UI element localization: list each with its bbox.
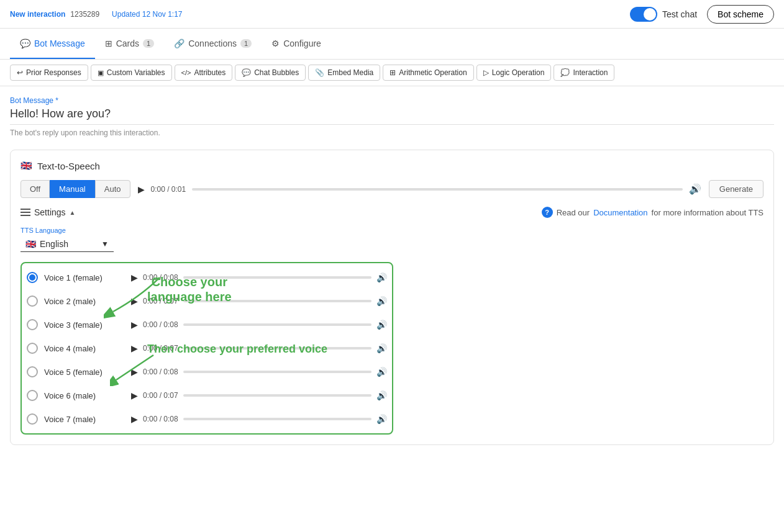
voice-3-radio[interactable] xyxy=(27,319,38,330)
embed-media-button[interactable]: 📎 Embed Media xyxy=(308,65,380,81)
voice-5-play[interactable]: ▶ xyxy=(131,367,138,377)
voice-item-4[interactable]: Voice 4 (male) ▶ 0:00 / 0:07 🔊 xyxy=(22,336,392,360)
tts-language-label: TTS Language xyxy=(21,227,763,234)
voice-7-player: ▶ 0:00 / 0:08 🔊 xyxy=(131,414,387,424)
voice-7-radio[interactable] xyxy=(27,413,38,425)
chat-bubbles-button[interactable]: 💬 Chat Bubbles xyxy=(235,65,306,81)
voice-3-time: 0:00 / 0:08 xyxy=(143,320,178,329)
voice-6-radio[interactable] xyxy=(27,390,38,401)
voice-4-time: 0:00 / 0:07 xyxy=(143,344,178,353)
chat-bubbles-icon: 💬 xyxy=(242,68,251,77)
custom-variables-button[interactable]: ▣ Custom Variables xyxy=(91,65,172,81)
voice-3-play[interactable]: ▶ xyxy=(131,320,138,330)
interaction-updated: Updated 12 Nov 1:17 xyxy=(112,10,182,19)
arithmetic-operation-button[interactable]: ⊞ Arithmetic Operation xyxy=(383,65,473,81)
tts-generate-button[interactable]: Generate xyxy=(709,180,763,198)
voice-2-radio[interactable] xyxy=(27,295,38,307)
tts-audio-time: 0:00 / 0:01 xyxy=(151,185,186,194)
voice-item-2[interactable]: Voice 2 (male) ▶ 0:00 / 0:07 🔊 xyxy=(22,289,392,313)
voice-4-play[interactable]: ▶ xyxy=(131,343,138,353)
voice-1-time: 0:00 / 0:08 xyxy=(143,273,178,282)
voice-6-track[interactable] xyxy=(183,394,371,397)
docs-prefix: Read our xyxy=(557,208,590,217)
interaction-info: New interaction 1235289 Updated 12 Nov 1… xyxy=(10,10,183,19)
voice-item-6[interactable]: Voice 6 (male) ▶ 0:00 / 0:07 🔊 xyxy=(22,384,392,407)
embed-media-icon: 📎 xyxy=(315,68,324,77)
tts-controls-row: Off Manual Auto ▶ 0:00 / 0:01 🔊 Generate xyxy=(21,180,763,198)
tts-manual-button[interactable]: Manual xyxy=(50,180,95,198)
bot-message-hint: The bot's reply upon reaching this inter… xyxy=(10,124,774,137)
voice-6-player: ▶ 0:00 / 0:07 🔊 xyxy=(131,390,387,400)
voice-3-volume-icon[interactable]: 🔊 xyxy=(376,320,387,330)
tts-audio-track[interactable] xyxy=(192,188,683,191)
tts-volume-icon[interactable]: 🔊 xyxy=(689,183,701,195)
voice-2-time: 0:00 / 0:07 xyxy=(143,297,178,305)
voice-2-play[interactable]: ▶ xyxy=(131,296,138,306)
voice-2-track[interactable] xyxy=(183,300,371,302)
voice-3-label: Voice 3 (female) xyxy=(44,320,125,330)
voice-4-radio[interactable] xyxy=(27,343,38,354)
custom-variables-label: Custom Variables xyxy=(107,68,165,77)
tab-configure[interactable]: ⚙ Configure xyxy=(262,29,331,59)
voice-6-volume-icon[interactable]: 🔊 xyxy=(376,390,387,400)
tab-bot-message[interactable]: 💬 Bot Message xyxy=(10,29,95,59)
voice-1-volume-icon[interactable]: 🔊 xyxy=(376,273,387,282)
voice-7-time: 0:00 / 0:08 xyxy=(143,415,178,423)
voice-7-track[interactable] xyxy=(183,418,371,420)
updated-time: 12 Nov 1:17 xyxy=(142,10,183,19)
voice-7-volume-icon[interactable]: 🔊 xyxy=(376,414,387,424)
tts-language-section: TTS Language 🇬🇧 English ▼ xyxy=(21,227,763,252)
tts-auto-button[interactable]: Auto xyxy=(95,180,130,198)
tts-play-button[interactable]: ▶ xyxy=(138,184,145,194)
prior-responses-button[interactable]: ↩ Prior Responses xyxy=(10,65,88,81)
voice-item-1[interactable]: Voice 1 (female) ▶ 0:00 / 0:08 🔊 xyxy=(22,266,392,289)
docs-link[interactable]: Documentation xyxy=(593,208,647,217)
voice-item-3[interactable]: Voice 3 (female) ▶ 0:00 / 0:08 🔊 xyxy=(22,313,392,336)
logic-label: Logic Operation xyxy=(492,68,545,77)
voice-2-label: Voice 2 (male) xyxy=(44,297,125,306)
cards-badge: 1 xyxy=(143,39,154,48)
voice-2-volume-icon[interactable]: 🔊 xyxy=(376,296,387,306)
voice-5-player: ▶ 0:00 / 0:08 🔊 xyxy=(131,367,387,377)
tts-off-button[interactable]: Off xyxy=(21,180,50,198)
test-chat-toggle-container: Test chat xyxy=(630,7,697,22)
bot-message-value[interactable]: Hello! How are you? xyxy=(10,107,774,120)
voice-3-track[interactable] xyxy=(183,323,371,326)
voice-5-volume-icon[interactable]: 🔊 xyxy=(376,367,387,377)
voice-item-5[interactable]: Voice 5 (female) ▶ 0:00 / 0:08 🔊 xyxy=(22,360,392,384)
bot-message-field: Bot Message * Hello! How are you? The bo… xyxy=(10,96,774,137)
voice-1-play[interactable]: ▶ xyxy=(131,273,138,282)
test-chat-toggle[interactable] xyxy=(630,7,657,22)
voice-6-label: Voice 6 (male) xyxy=(44,391,125,400)
voice-4-track[interactable] xyxy=(183,347,371,349)
voice-1-radio[interactable] xyxy=(27,272,38,283)
voice-5-radio[interactable] xyxy=(27,366,38,377)
tts-language-selector[interactable]: 🇬🇧 English ▼ xyxy=(21,237,114,252)
interaction-button[interactable]: 💭 Interaction xyxy=(554,65,614,81)
tab-connections[interactable]: 🔗 Connections 1 xyxy=(164,29,262,59)
voice-2-player: ▶ 0:00 / 0:07 🔊 xyxy=(131,296,387,306)
voice-6-play[interactable]: ▶ xyxy=(131,390,138,400)
voice-1-track[interactable] xyxy=(183,276,371,279)
voice-1-label: Voice 1 (female) xyxy=(44,273,125,282)
prior-responses-icon: ↩ xyxy=(17,68,23,77)
connections-icon: 🔗 xyxy=(174,38,185,48)
language-dropdown-icon: ▼ xyxy=(101,240,109,248)
voice-5-time: 0:00 / 0:08 xyxy=(143,367,178,376)
tts-settings-toggle[interactable]: Settings ▲ xyxy=(21,207,76,217)
tab-configure-label: Configure xyxy=(283,38,321,48)
voice-7-label: Voice 7 (male) xyxy=(44,415,125,424)
logic-operation-button[interactable]: ▷ Logic Operation xyxy=(476,65,552,81)
attributes-icon: </> xyxy=(181,69,191,76)
voice-item-7[interactable]: Voice 7 (male) ▶ 0:00 / 0:08 🔊 xyxy=(22,407,392,431)
tts-flag: 🇬🇧 xyxy=(21,160,32,171)
tab-cards[interactable]: ⊞ Cards 1 xyxy=(95,29,164,59)
voice-5-track[interactable] xyxy=(183,371,371,373)
prior-responses-label: Prior Responses xyxy=(26,68,81,77)
attributes-button[interactable]: </> Attributes xyxy=(175,65,233,81)
voice-4-volume-icon[interactable]: 🔊 xyxy=(376,343,387,353)
interaction-label: Interaction xyxy=(573,68,608,77)
bot-scheme-button[interactable]: Bot scheme xyxy=(707,5,774,24)
language-value: English xyxy=(40,239,68,249)
voice-7-play[interactable]: ▶ xyxy=(131,414,138,424)
